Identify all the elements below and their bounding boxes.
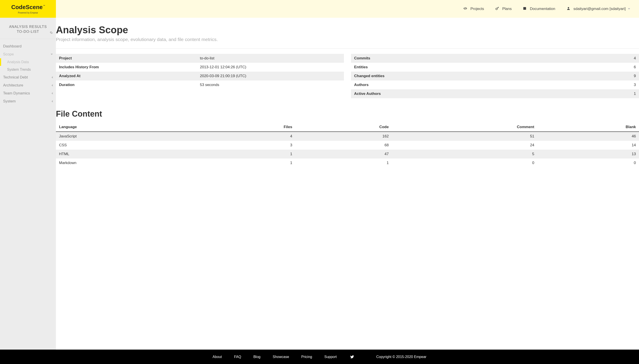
table-cell: JavaScript	[56, 132, 204, 141]
table-cell: HTML	[56, 150, 204, 158]
project-info-table: Projectto-do-listIncludes History From20…	[56, 54, 344, 98]
table-cell: 0	[537, 158, 639, 167]
sidebar-item-label: System Trends	[7, 68, 31, 72]
code-icon	[463, 6, 467, 12]
logo[interactable]: CodeScene™ Powered by Empear	[0, 0, 56, 18]
sidebar-item-label: System	[3, 99, 16, 104]
footer-link[interactable]: Showcase	[273, 355, 289, 359]
footer-link[interactable]: About	[213, 355, 222, 359]
chevron-left-icon	[52, 92, 53, 94]
book-icon	[523, 6, 527, 12]
stat-row: Changed entities9	[351, 72, 639, 80]
table-cell: 1	[295, 158, 392, 167]
stat-label: Analyzed At	[59, 74, 200, 78]
sidebar-item-dashboard[interactable]: Dashboard	[0, 42, 56, 50]
table-cell: 13	[537, 150, 639, 158]
table-cell: Markdown	[56, 158, 204, 167]
stat-label: Commits	[354, 56, 495, 60]
sidebar-item-system[interactable]: System	[0, 97, 56, 105]
table-cell: 1	[204, 150, 295, 158]
footer-link[interactable]: Pricing	[301, 355, 312, 359]
stat-label: Includes History From	[59, 65, 200, 70]
footer-link[interactable]: Support	[325, 355, 337, 359]
stat-label: Duration	[59, 83, 200, 87]
svg-rect-2	[523, 7, 524, 10]
main-content: Analysis Scope Project information, anal…	[56, 18, 639, 350]
nav-user-menu[interactable]: sdaityari@gmail.com [sdaityari]	[566, 6, 630, 12]
stat-row: Projectto-do-list	[56, 54, 344, 63]
chevron-down-icon	[51, 54, 53, 55]
table-header: Comment	[392, 122, 537, 132]
chevron-left-icon	[52, 100, 53, 102]
chevron-left-icon	[52, 76, 53, 78]
chevron-down-icon	[628, 8, 630, 10]
table-row: JavaScript41625146	[56, 132, 639, 141]
table-cell: 24	[392, 141, 537, 150]
table-header: Blank	[537, 122, 639, 132]
key-icon	[495, 6, 499, 12]
sidebar-item-label: Dashboard	[3, 44, 22, 48]
stat-label: Active Authors	[354, 92, 495, 96]
sidebar-header: ANALYSIS RESULTS TO-DO-LIST	[0, 24, 56, 39]
stat-row: Active Authors1	[351, 89, 639, 98]
sidebar-item-team-dynamics[interactable]: Team Dynamics	[0, 89, 56, 97]
stat-value: 9	[495, 74, 636, 78]
commit-info-table: Commits4Entities6Changed entities9Author…	[351, 54, 639, 98]
nav-docs-label: Documentation	[530, 7, 555, 11]
table-cell: CSS	[56, 141, 204, 150]
sidebar-item-scope[interactable]: Scope	[0, 50, 56, 58]
stat-label: Entities	[354, 65, 495, 70]
stat-row: Includes History From2013-12-01 12:04:26…	[56, 63, 344, 72]
sidebar-item-architecture[interactable]: Architecture	[0, 81, 56, 89]
sidebar-item-label: Analysis Data	[7, 60, 29, 64]
sidebar-sub-system-trends[interactable]: System Trends	[0, 66, 56, 74]
nav-projects[interactable]: Projects	[463, 6, 484, 12]
table-header: Language	[56, 122, 204, 132]
stat-value: to-do-list	[200, 56, 341, 60]
sidebar-title-2: TO-DO-LIST	[5, 29, 52, 34]
chevron-left-icon	[52, 84, 53, 86]
table-cell: 162	[295, 132, 392, 141]
brand-subtitle: Powered by Empear	[18, 12, 38, 14]
sidebar-item-technical-debt[interactable]: Technical Debt	[0, 74, 56, 81]
nav-plans-label: Plans	[502, 7, 512, 11]
gear-icon[interactable]	[50, 30, 53, 36]
sidebar: ANALYSIS RESULTS TO-DO-LIST Dashboard Sc…	[0, 18, 56, 350]
stat-value: 3	[495, 83, 636, 87]
stat-value: 2013-12-01 12:04:26 (UTC)	[200, 65, 341, 70]
sidebar-sub-analysis-data[interactable]: Analysis Data	[0, 58, 56, 66]
table-cell: 47	[295, 150, 392, 158]
footer-link[interactable]: FAQ	[234, 355, 241, 359]
table-row: HTML147513	[56, 150, 639, 158]
nav-plans[interactable]: Plans	[495, 6, 512, 12]
table-cell: 51	[392, 132, 537, 141]
stat-label: Changed entities	[354, 74, 495, 78]
stat-row: Duration53 seconds	[56, 80, 344, 89]
footer: AboutFAQBlogShowcasePricingSupport Copyr…	[0, 350, 639, 364]
stat-row: Commits4	[351, 54, 639, 63]
twitter-icon[interactable]	[350, 355, 354, 359]
footer-link[interactable]: Blog	[253, 355, 260, 359]
footer-copyright: Copyright © 2015-2020 Empear	[376, 355, 426, 359]
svg-point-3	[568, 7, 569, 8]
table-cell: 5	[392, 150, 537, 158]
table-cell: 3	[204, 141, 295, 150]
table-row: CSS3682414	[56, 141, 639, 150]
sidebar-item-label: Team Dynamics	[3, 91, 30, 96]
stat-value: 6	[495, 65, 636, 70]
table-cell: 14	[537, 141, 639, 150]
stat-row: Entities6	[351, 63, 639, 72]
sidebar-item-label: Technical Debt	[3, 75, 28, 80]
table-cell: 0	[392, 158, 537, 167]
stat-row: Analyzed At2020-03-09 21:00:19 (UTC)	[56, 72, 344, 80]
table-cell: 68	[295, 141, 392, 150]
stat-label: Authors	[354, 83, 495, 87]
sidebar-title-1: ANALYSIS RESULTS	[5, 24, 52, 29]
table-cell: 4	[204, 132, 295, 141]
nav-docs[interactable]: Documentation	[523, 6, 555, 12]
stat-value: 4	[495, 56, 636, 60]
stat-value: 1	[495, 92, 636, 96]
stat-label: Project	[59, 56, 200, 60]
brand-name: CodeScene	[11, 4, 43, 10]
stat-value: 53 seconds	[200, 83, 341, 87]
